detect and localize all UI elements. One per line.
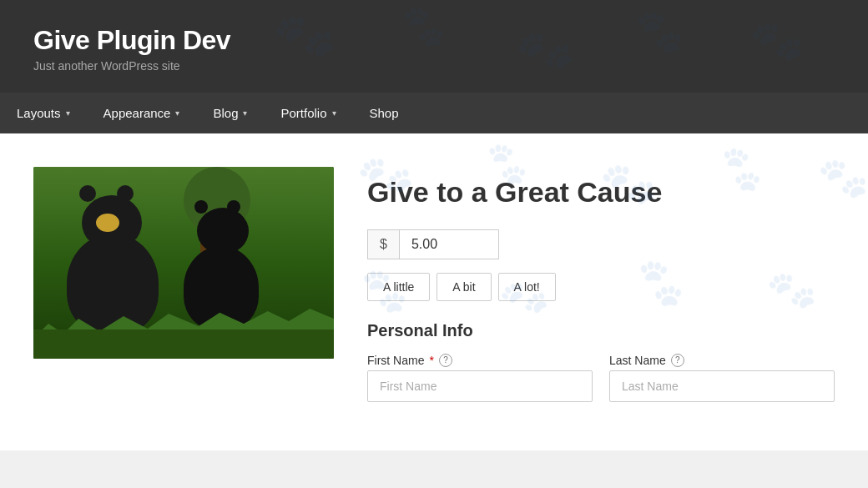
required-indicator: * [429, 354, 433, 367]
personal-info-heading: Personal Info [367, 321, 835, 340]
name-form-row: First Name * ? Last Name ? [367, 354, 835, 402]
chevron-down-icon: ▾ [175, 108, 179, 118]
main-content: 🐾 🐾 🐾 🐾 🐾 🐾 🐾 🐾 🐾 [0, 133, 868, 450]
currency-symbol: $ [367, 229, 399, 259]
donation-image [33, 167, 334, 359]
last-name-label-text: Last Name [609, 354, 666, 367]
chevron-down-icon: ▾ [332, 108, 336, 118]
site-title: Give Plugin Dev [33, 25, 835, 56]
nav-item-portfolio[interactable]: Portfolio ▾ [264, 93, 352, 133]
first-name-input[interactable] [367, 370, 593, 402]
nav-label-blog: Blog [213, 106, 238, 120]
nav-item-layouts[interactable]: Layouts ▾ [0, 93, 87, 133]
amount-input[interactable] [399, 229, 499, 259]
donation-panel: Give to a Great Cause $ A little A bit A… [367, 167, 835, 412]
nav-label-layouts: Layouts [17, 106, 61, 120]
donation-preset-buttons: A little A bit A lot! [367, 273, 835, 301]
preset-button-a-lot[interactable]: A lot! [498, 273, 556, 301]
last-name-label: Last Name ? [609, 354, 835, 367]
nav-label-portfolio: Portfolio [280, 106, 326, 120]
last-name-field: Last Name ? [609, 354, 835, 402]
donation-title: Give to a Great Cause [367, 175, 835, 209]
chevron-down-icon: ▾ [243, 108, 247, 118]
nav-item-appearance[interactable]: Appearance ▾ [87, 93, 197, 133]
first-name-help-icon[interactable]: ? [439, 354, 452, 367]
amount-row: $ [367, 229, 835, 259]
first-name-label: First Name * ? [367, 354, 593, 367]
first-name-field: First Name * ? [367, 354, 593, 402]
chevron-down-icon: ▾ [66, 108, 70, 118]
preset-button-a-little[interactable]: A little [367, 273, 430, 301]
nav-item-blog[interactable]: Blog ▾ [196, 93, 264, 133]
nav-label-appearance: Appearance [103, 106, 171, 120]
site-navigation: Layouts ▾ Appearance ▾ Blog ▾ Portfolio … [0, 93, 868, 133]
first-name-label-text: First Name [367, 354, 424, 367]
last-name-input[interactable] [609, 370, 835, 402]
site-tagline: Just another WordPress site [33, 59, 835, 73]
last-name-help-icon[interactable]: ? [671, 354, 684, 367]
preset-button-a-bit[interactable]: A bit [437, 273, 491, 301]
site-header: 🐾 🐾 🐾 🐾 🐾 Give Plugin Dev Just another W… [0, 0, 868, 93]
nav-label-shop: Shop [370, 106, 399, 120]
nav-item-shop[interactable]: Shop [353, 93, 416, 133]
